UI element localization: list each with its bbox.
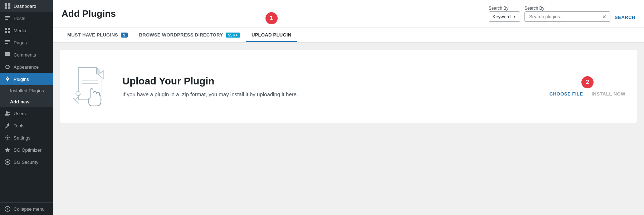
clear-search-icon[interactable]: ✕ <box>601 14 607 20</box>
sidebar-item-collapse[interactable]: Collapse menu <box>0 203 53 215</box>
svg-rect-10 <box>5 43 8 44</box>
sidebar-item-pages[interactable]: Pages <box>0 36 53 49</box>
sg-optimizer-icon <box>4 147 11 153</box>
tab-must-have-label: MUST HAVE PLUGINS <box>67 32 118 38</box>
sidebar-item-settings-label: Settings <box>14 135 30 141</box>
dashboard-icon <box>4 3 11 9</box>
sidebar-item-tools-label: Tools <box>14 123 24 128</box>
svg-point-11 <box>6 65 9 69</box>
action-circle-2: 2 <box>581 76 594 88</box>
sidebar-item-dashboard[interactable]: Dashboard <box>0 0 53 12</box>
sidebar-item-sg-security[interactable]: SG Security <box>0 156 53 168</box>
sg-security-icon <box>4 159 11 165</box>
sidebar-item-appearance[interactable]: Appearance <box>0 61 53 73</box>
sidebar-item-media-label: Media <box>14 28 26 33</box>
sidebar-item-sg-optimizer-label: SG Optimizer <box>14 147 42 153</box>
search-input-wrapper: Search By ✕ <box>525 6 610 22</box>
tab-upload-label: UPLOAD PLUGIN <box>252 32 292 38</box>
main-content: Add Plugins Search By Keyword ▼ Search B… <box>53 0 644 215</box>
svg-rect-4 <box>5 28 7 30</box>
sidebar-item-sg-security-label: SG Security <box>14 160 38 165</box>
tab-browse-label: BROWSE WORDPRESS DIRECTORY <box>139 32 223 38</box>
svg-rect-3 <box>8 6 10 9</box>
upload-illustration <box>72 64 111 108</box>
posts-icon <box>4 15 11 21</box>
install-now-button[interactable]: INSTALL NOW <box>591 91 625 97</box>
search-input[interactable] <box>528 12 601 21</box>
tab-browse-badge: 55K+ <box>226 33 240 38</box>
sidebar-item-add-new[interactable]: Add new <box>0 96 53 107</box>
sidebar-item-sg-optimizer[interactable]: SG Optimizer <box>0 144 53 156</box>
sidebar-item-media[interactable]: Media <box>0 24 53 36</box>
sidebar-item-tools[interactable]: Tools <box>0 119 53 132</box>
svg-rect-9 <box>5 41 10 42</box>
sidebar: Dashboard Posts Media Pages Comments App… <box>0 0 53 215</box>
sidebar-item-installed-plugins[interactable]: Installed Plugins <box>0 85 53 96</box>
search-button[interactable]: SEARCH <box>615 15 635 20</box>
sidebar-item-settings[interactable]: Settings <box>0 132 53 144</box>
installed-plugins-label: Installed Plugins <box>10 88 44 93</box>
svg-point-14 <box>7 137 9 139</box>
pages-icon <box>4 39 11 46</box>
sidebar-item-pages-label: Pages <box>14 40 27 45</box>
svg-point-22 <box>76 91 80 96</box>
search-button-wrapper: SEARCH <box>615 8 635 20</box>
appearance-icon <box>4 64 11 70</box>
plugins-submenu: Installed Plugins Add new <box>0 85 53 107</box>
svg-rect-8 <box>5 40 10 41</box>
upload-title: Upload Your Plugin <box>122 75 298 87</box>
sidebar-item-users-label: Users <box>14 111 26 116</box>
tab-upload[interactable]: 1 UPLOAD PLUGIN <box>246 28 297 42</box>
search-area: Search By Keyword ▼ Search By ✕ SEARCH <box>489 6 635 22</box>
page-title: Add Plugins <box>62 8 116 19</box>
search-by-value: Keyword <box>493 14 511 19</box>
comments-icon <box>4 52 11 58</box>
sidebar-item-posts-label: Posts <box>14 16 25 21</box>
add-new-label: Add new <box>10 99 29 104</box>
sidebar-item-comments[interactable]: Comments <box>0 49 53 61</box>
search-by-label: Search By <box>489 6 520 11</box>
users-icon <box>4 110 11 117</box>
svg-rect-2 <box>5 6 7 9</box>
upload-section: Upload Your Plugin If you have a plugin … <box>60 50 637 123</box>
settings-icon <box>4 135 11 141</box>
tab-circle-1: 1 <box>265 12 278 24</box>
collapse-icon <box>4 206 11 212</box>
tabs-bar: MUST HAVE PLUGINS 9 BROWSE WORDPRESS DIR… <box>53 28 644 43</box>
search-by-select[interactable]: Keyword ▼ <box>489 11 520 22</box>
search-by-wrapper: Search By Keyword ▼ <box>489 6 520 22</box>
sidebar-item-users[interactable]: Users <box>0 107 53 119</box>
tab-must-have-badge: 9 <box>121 33 127 38</box>
upload-actions: 2 CHOOSE FILE INSTALL NOW <box>550 76 625 97</box>
svg-rect-7 <box>8 31 10 33</box>
search-label: Search By <box>525 6 610 11</box>
svg-marker-15 <box>5 147 10 152</box>
svg-point-13 <box>8 112 10 113</box>
media-icon <box>4 27 11 34</box>
sidebar-item-posts[interactable]: Posts <box>0 12 53 24</box>
sidebar-item-plugins-label: Plugins <box>14 77 29 82</box>
sidebar-item-appearance-label: Appearance <box>14 64 39 70</box>
search-input-wrap: ✕ <box>525 11 610 22</box>
sidebar-item-plugins[interactable]: Plugins <box>0 73 53 85</box>
sidebar-item-comments-label: Comments <box>14 52 36 58</box>
svg-rect-6 <box>5 31 7 33</box>
upload-description: If you have a plugin in a .zip format, y… <box>122 91 298 97</box>
page-header: Add Plugins Search By Keyword ▼ Search B… <box>53 0 644 28</box>
tab-must-have[interactable]: MUST HAVE PLUGINS 9 <box>62 28 133 42</box>
sidebar-bottom: Collapse menu <box>0 202 53 215</box>
plugins-icon <box>4 76 11 82</box>
choose-file-button[interactable]: CHOOSE FILE <box>550 91 583 97</box>
svg-rect-5 <box>8 28 10 30</box>
svg-rect-0 <box>5 3 7 6</box>
sidebar-item-dashboard-label: Dashboard <box>14 4 36 9</box>
tools-icon <box>4 122 11 129</box>
tab-browse[interactable]: BROWSE WORDPRESS DIRECTORY 55K+ <box>133 28 246 42</box>
svg-rect-1 <box>8 3 10 6</box>
action-buttons: CHOOSE FILE INSTALL NOW <box>550 91 625 97</box>
svg-point-17 <box>6 161 9 163</box>
upload-text: Upload Your Plugin If you have a plugin … <box>122 75 298 97</box>
svg-point-12 <box>6 111 8 113</box>
chevron-down-icon: ▼ <box>513 15 516 19</box>
collapse-label: Collapse menu <box>14 206 45 212</box>
